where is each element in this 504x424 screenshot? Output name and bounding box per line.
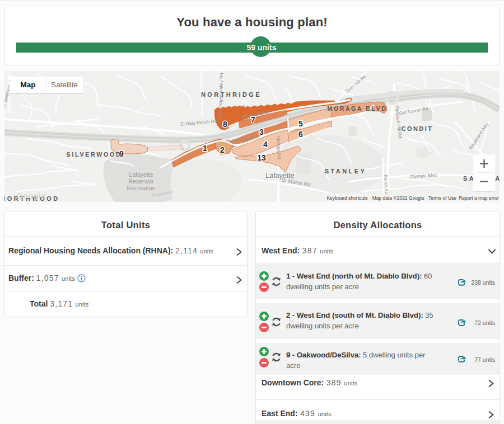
svg-text:Map: Map	[21, 81, 36, 89]
svg-text:MORAGA BLVD: MORAGA BLVD	[328, 105, 388, 112]
svg-text:3: 3	[259, 128, 264, 136]
svg-text:Reservoir: Reservoir	[129, 178, 154, 185]
svg-text:SILVERWOOD: SILVERWOOD	[67, 151, 122, 158]
svg-text:Moraga Rd: Moraga Rd	[276, 136, 281, 159]
svg-text:Satellite: Satellite	[51, 81, 78, 89]
svg-text:CONDIT: CONDIT	[402, 125, 433, 132]
svg-text:2: 2	[220, 145, 225, 154]
svg-text:4: 4	[263, 140, 268, 149]
svg-text:13: 13	[257, 153, 266, 162]
svg-text:Recreation: Recreation	[127, 185, 156, 191]
svg-text:1: 1	[203, 144, 207, 153]
svg-text:8: 8	[223, 120, 227, 129]
svg-text:Map data ©2021 Google: Map data ©2021 Google	[372, 195, 424, 201]
svg-text:STANLEY: STANLEY	[325, 168, 366, 175]
svg-text:NORTHRIDGE: NORTHRIDGE	[201, 91, 262, 98]
svg-text:Report a map error: Report a map error	[459, 195, 499, 201]
svg-text:A: A	[495, 175, 500, 182]
svg-text:5: 5	[298, 119, 303, 128]
svg-text:Lafayette: Lafayette	[129, 171, 153, 178]
svg-text:6: 6	[298, 130, 303, 139]
svg-text:Terms of Use: Terms of Use	[428, 195, 456, 201]
svg-text:Google: Google	[17, 191, 45, 200]
svg-text:Keyboard shortcuts: Keyboard shortcuts	[326, 195, 367, 201]
